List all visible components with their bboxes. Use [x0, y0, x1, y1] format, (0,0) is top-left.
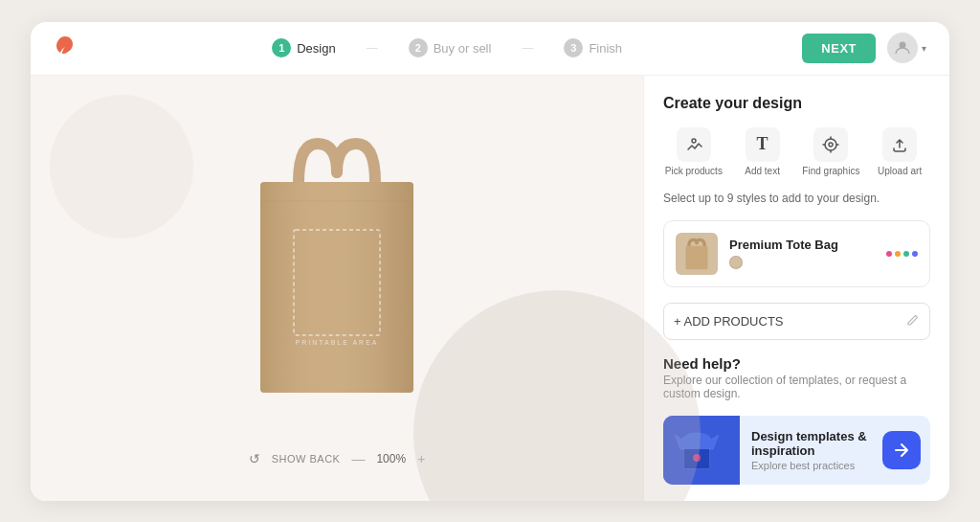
steps-area: 1 Design — 2 Buy or sell — 3 Finish: [92, 38, 802, 57]
product-info: Premium Tote Bag: [729, 238, 875, 269]
bottom-controls: ↺ SHOW BACK — 100% +: [249, 451, 426, 466]
zoom-plus[interactable]: +: [417, 451, 425, 466]
step-divider-1: —: [367, 41, 378, 55]
step-buy-sell[interactable]: 2 Buy or sell: [409, 38, 492, 57]
upload-art-icon: [882, 127, 917, 162]
product-name: Premium Tote Bag: [729, 238, 875, 252]
help-card-content: Design templates & inspiration Explore b…: [740, 420, 882, 481]
design-tools: Pick products T Add text: [663, 127, 930, 176]
svg-point-7: [825, 139, 836, 150]
product-card: Premium Tote Bag: [663, 220, 930, 287]
avatar: [887, 33, 918, 63]
rotate-icon[interactable]: ↺: [249, 451, 260, 466]
user-menu[interactable]: ▾: [887, 33, 926, 63]
step-num-3: 3: [564, 38, 583, 57]
help-card-subtitle: Explore best practices: [751, 460, 871, 471]
zoom-value: 100%: [376, 452, 406, 465]
bg-circle-2: [50, 95, 193, 238]
logo-area: [54, 34, 92, 62]
dot-1: [886, 251, 892, 257]
add-text-tool[interactable]: T Add text: [732, 127, 793, 176]
pencil-icon: [906, 313, 920, 329]
dot-2: [895, 251, 901, 257]
header-right: NEXT ▾: [802, 33, 926, 63]
need-help-title: Need help?: [663, 355, 930, 372]
step-num-2: 2: [409, 38, 428, 57]
canvas-panel: PRINTABLE AREA ↺ SHOW BACK —: [31, 76, 643, 501]
add-products-label: + ADD PRODUCTS: [674, 314, 784, 329]
step-finish[interactable]: 3 Finish: [564, 38, 622, 57]
step-divider-2: —: [522, 41, 533, 55]
svg-rect-13: [686, 245, 708, 269]
swatch-1[interactable]: [729, 256, 743, 269]
pick-products-tool[interactable]: Pick products: [663, 127, 724, 176]
step-design[interactable]: 1 Design: [272, 38, 335, 57]
dot-menu[interactable]: [886, 251, 918, 257]
step-num-1: 1: [272, 38, 291, 57]
tote-bag-svg: PRINTABLE AREA: [222, 125, 452, 421]
next-button[interactable]: NEXT: [802, 34, 876, 63]
product-thumbnail: [676, 233, 718, 275]
select-hint: Select up to 9 styles to add to your des…: [663, 192, 930, 205]
svg-point-8: [829, 143, 833, 147]
add-text-icon: T: [746, 127, 780, 162]
svg-point-15: [693, 454, 701, 462]
dot-4: [912, 251, 918, 257]
dot-3: [903, 251, 909, 257]
add-products-button[interactable]: + ADD PRODUCTS: [663, 303, 930, 340]
add-text-label: Add text: [745, 166, 780, 176]
svg-text:PRINTABLE AREA: PRINTABLE AREA: [295, 339, 378, 346]
svg-rect-2: [260, 182, 413, 393]
pick-products-icon: [677, 127, 711, 162]
logo-icon: [54, 40, 77, 61]
color-swatches: [729, 256, 875, 269]
zoom-minus[interactable]: —: [351, 451, 365, 466]
show-back-label[interactable]: SHOW BACK: [272, 453, 341, 465]
app-container: 1 Design — 2 Buy or sell — 3 Finish NEXT: [31, 22, 949, 501]
need-help-section: Need help? Explore our collection of tem…: [663, 355, 930, 400]
step-label-finish: Finish: [589, 41, 622, 56]
help-card-image: [663, 416, 740, 485]
body: PRINTABLE AREA ↺ SHOW BACK —: [31, 76, 949, 501]
upload-art-tool[interactable]: Upload art: [869, 127, 930, 176]
pick-products-label: Pick products: [665, 166, 723, 176]
chevron-down-icon: ▾: [922, 43, 926, 54]
create-title: Create your design: [663, 95, 930, 112]
find-graphics-tool[interactable]: Find graphics: [801, 127, 862, 176]
help-card-title: Design templates & inspiration: [751, 429, 871, 458]
product-image-area: PRINTABLE AREA: [203, 110, 471, 436]
step-label-buy-sell: Buy or sell: [434, 41, 492, 56]
step-label-design: Design: [297, 41, 335, 56]
help-card-action-button[interactable]: [882, 431, 921, 469]
upload-art-label: Upload art: [878, 166, 922, 176]
find-graphics-icon: [813, 127, 848, 162]
find-graphics-label: Find graphics: [802, 166, 859, 176]
svg-point-6: [692, 139, 696, 143]
right-panel: Create your design Pick products T Add t…: [643, 76, 949, 501]
help-card[interactable]: Design templates & inspiration Explore b…: [663, 416, 930, 485]
product-actions: [886, 251, 918, 257]
need-help-text: Explore our collection of templates, or …: [663, 374, 930, 400]
header: 1 Design — 2 Buy or sell — 3 Finish NEXT: [31, 22, 949, 76]
